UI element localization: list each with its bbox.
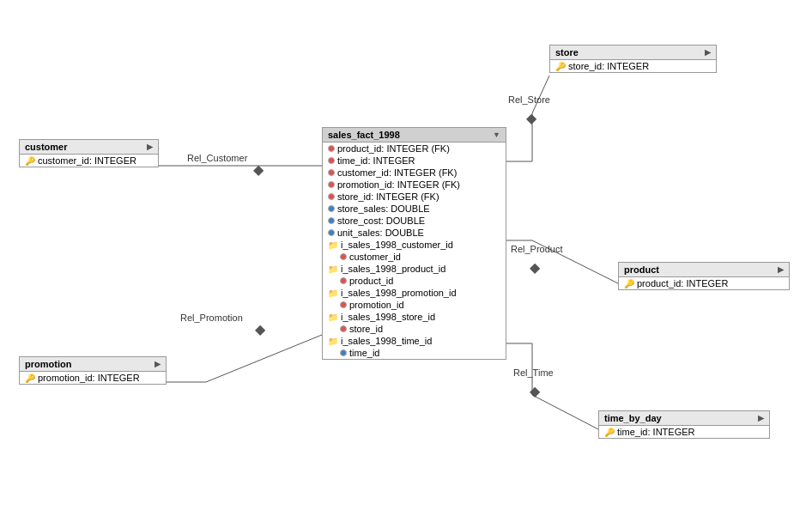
rel-promotion-diamond: ◆ bbox=[255, 321, 265, 337]
key-icon-store: 🔑 bbox=[555, 62, 566, 71]
sf-time-id: time_id: INTEGER bbox=[323, 155, 506, 167]
folder-icon: 📁 bbox=[328, 288, 338, 298]
sf-idx-customer: 📁 i_sales_1998_customer_id bbox=[323, 239, 506, 251]
fk-icon bbox=[328, 157, 335, 164]
sf-store-sales: store_sales: DOUBLE bbox=[323, 203, 506, 215]
rel-customer-diamond: ◆ bbox=[253, 161, 264, 178]
fk-icon bbox=[340, 277, 347, 284]
entity-time-by-day[interactable]: time_by_day ▶ 🔑 time_id: INTEGER bbox=[598, 410, 770, 439]
entity-time-header: time_by_day ▶ bbox=[599, 411, 769, 426]
expand-icon: ▶ bbox=[147, 143, 153, 151]
expand-icon-sales: ▼ bbox=[493, 131, 500, 139]
rel-store-diamond: ◆ bbox=[526, 110, 536, 126]
sf-unit-sales: unit_sales: DOUBLE bbox=[323, 227, 506, 239]
sf-idx-time-sub: time_id bbox=[323, 347, 506, 359]
sf-idx-store-sub: store_id bbox=[323, 323, 506, 335]
sf-idx-promotion-sub: promotion_id bbox=[323, 299, 506, 311]
sf-idx-store: 📁 i_sales_1998_store_id bbox=[323, 311, 506, 323]
product-id-field: product_id: INTEGER bbox=[637, 278, 728, 288]
folder-icon: 📁 bbox=[328, 264, 338, 274]
fk-icon bbox=[328, 169, 335, 176]
expand-icon-store: ▶ bbox=[705, 48, 711, 57]
rel-time-label: Rel_Time bbox=[513, 367, 554, 378]
rel-product-label: Rel_Product bbox=[511, 244, 563, 254]
key-icon-product: 🔑 bbox=[624, 279, 634, 288]
entity-store[interactable]: store ▶ 🔑 store_id: INTEGER bbox=[549, 45, 717, 73]
customer-field-id: 🔑 customer_id: INTEGER bbox=[20, 155, 158, 167]
key-icon-time: 🔑 bbox=[604, 428, 615, 437]
fk-icon bbox=[328, 181, 335, 188]
svg-line-11 bbox=[532, 395, 598, 429]
sf-idx-product: 📁 i_sales_1998_product_id bbox=[323, 263, 506, 275]
product-field-id: 🔑 product_id: INTEGER bbox=[619, 277, 789, 289]
entity-customer[interactable]: customer ▶ 🔑 customer_id: INTEGER bbox=[19, 139, 159, 167]
expand-icon-product: ▶ bbox=[778, 265, 784, 274]
entity-promotion-title: promotion bbox=[25, 359, 71, 369]
rel-promotion-label: Rel_Promotion bbox=[180, 313, 243, 323]
rel-time-diamond: ◆ bbox=[530, 383, 540, 399]
key-icon: 🔑 bbox=[25, 156, 35, 166]
sf-customer-id: customer_id: INTEGER (FK) bbox=[323, 167, 506, 179]
fk-icon bbox=[340, 325, 347, 332]
attr-icon bbox=[340, 349, 347, 356]
customer-id-field: customer_id: INTEGER bbox=[38, 155, 136, 166]
entity-store-title: store bbox=[555, 47, 579, 58]
rel-store-label: Rel_Store bbox=[508, 94, 550, 105]
erd-diagram: customer ▶ 🔑 customer_id: INTEGER promot… bbox=[0, 0, 812, 516]
svg-line-3 bbox=[206, 335, 322, 382]
sf-idx-customer-sub: customer_id bbox=[323, 251, 506, 263]
sf-product-id: product_id: INTEGER (FK) bbox=[323, 143, 506, 155]
sf-idx-product-sub: product_id bbox=[323, 275, 506, 287]
store-field-id: 🔑 store_id: INTEGER bbox=[550, 60, 716, 72]
entity-customer-header: customer ▶ bbox=[20, 140, 158, 155]
entity-customer-title: customer bbox=[25, 142, 68, 152]
sf-promotion-id: promotion_id: INTEGER (FK) bbox=[323, 179, 506, 191]
rel-customer-label: Rel_Customer bbox=[187, 153, 247, 163]
rel-product-diamond: ◆ bbox=[530, 259, 540, 276]
fk-icon bbox=[340, 253, 347, 260]
sf-store-id: store_id: INTEGER (FK) bbox=[323, 191, 506, 203]
time-field-id: 🔑 time_id: INTEGER bbox=[599, 426, 769, 438]
expand-icon-time: ▶ bbox=[758, 414, 764, 422]
time-id-field: time_id: INTEGER bbox=[617, 427, 694, 437]
entity-store-header: store ▶ bbox=[550, 46, 716, 60]
entity-time-title: time_by_day bbox=[604, 413, 662, 423]
entity-promotion[interactable]: promotion ▶ 🔑 promotion_id: INTEGER bbox=[19, 356, 167, 385]
entity-product[interactable]: product ▶ 🔑 product_id: INTEGER bbox=[618, 262, 790, 290]
sf-idx-time: 📁 i_sales_1998_time_id bbox=[323, 335, 506, 347]
fk-icon bbox=[328, 193, 335, 200]
sf-store-cost: store_cost: DOUBLE bbox=[323, 215, 506, 227]
folder-icon: 📁 bbox=[328, 313, 338, 322]
attr-icon bbox=[328, 229, 335, 236]
fk-icon bbox=[328, 145, 335, 152]
store-id-field: store_id: INTEGER bbox=[568, 61, 649, 71]
attr-icon bbox=[328, 217, 335, 224]
folder-icon: 📁 bbox=[328, 337, 338, 346]
attr-icon bbox=[328, 205, 335, 212]
entity-promotion-header: promotion ▶ bbox=[20, 357, 166, 372]
folder-icon: 📁 bbox=[328, 240, 338, 250]
entity-sales-header: sales_fact_1998 ▼ bbox=[323, 128, 506, 143]
promotion-field-id: 🔑 promotion_id: INTEGER bbox=[20, 372, 166, 384]
key-icon-promotion: 🔑 bbox=[25, 373, 35, 383]
sf-idx-promotion: 📁 i_sales_1998_promotion_id bbox=[323, 287, 506, 299]
promotion-id-field: promotion_id: INTEGER bbox=[38, 373, 140, 383]
entity-sales-title: sales_fact_1998 bbox=[328, 130, 400, 140]
expand-icon-promotion: ▶ bbox=[155, 360, 161, 368]
fk-icon bbox=[340, 301, 347, 308]
entity-sales-fact[interactable]: sales_fact_1998 ▼ product_id: INTEGER (F… bbox=[322, 127, 506, 360]
entity-product-header: product ▶ bbox=[619, 263, 789, 277]
entity-product-title: product bbox=[624, 264, 659, 275]
